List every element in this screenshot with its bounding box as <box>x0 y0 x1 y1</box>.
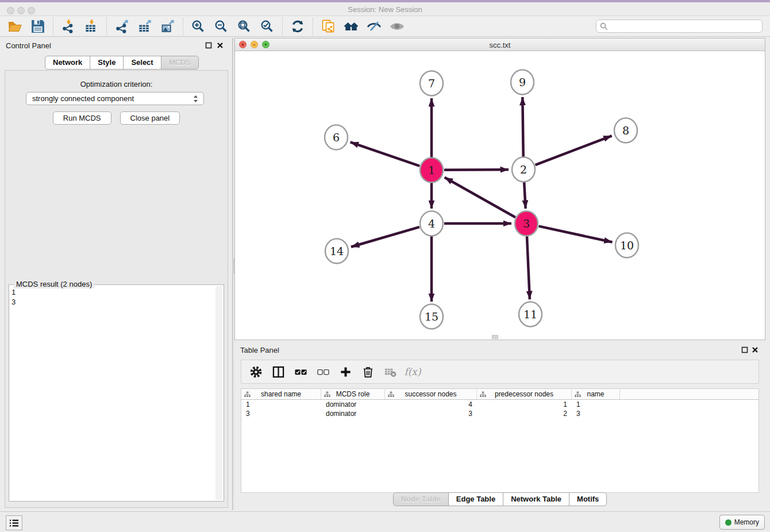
toolbar-group <box>107 18 183 34</box>
apply-layout-icon[interactable] <box>288 18 307 34</box>
graph-node-label: 4 <box>428 217 435 230</box>
graph-node-label: 15 <box>425 310 438 323</box>
function-builder-label: f(x) <box>404 366 421 377</box>
delete-columns-icon <box>384 365 396 378</box>
graph-node-label: 3 <box>523 217 530 230</box>
edge-3-11[interactable] <box>527 236 530 299</box>
tab-select[interactable]: Select <box>123 56 161 70</box>
zoom-fit-icon[interactable] <box>235 18 253 34</box>
table-cell: 3 <box>241 409 321 418</box>
optimization-criterion-dropdown[interactable]: strongly connected component <box>26 92 204 105</box>
edge-3-10[interactable] <box>538 226 612 242</box>
tab-network[interactable]: Network <box>45 56 90 70</box>
deselect-all-checkboxes-icon[interactable] <box>317 365 329 378</box>
tab-mcds[interactable]: MCDS <box>161 56 199 70</box>
column-header-MCDS-role[interactable]: MCDS role <box>321 389 385 399</box>
mcds-panel: Optimization criterion: strongly connect… <box>5 70 228 508</box>
column-header-successor-nodes[interactable]: successor nodes <box>385 389 477 399</box>
mcds-result-box: MCDS result (2 nodes) 13 <box>9 284 224 502</box>
tab-style[interactable]: Style <box>90 56 124 70</box>
graph-node-label: 6 <box>333 131 340 144</box>
export-table-icon[interactable] <box>136 18 154 34</box>
settings-gear-icon[interactable] <box>249 365 262 378</box>
zoom-selected-icon[interactable] <box>258 18 276 34</box>
edge-1-6[interactable] <box>351 142 420 165</box>
select-all-checkboxes-icon[interactable] <box>294 365 307 378</box>
show-networks-icon[interactable] <box>342 18 360 34</box>
search-icon <box>600 22 608 30</box>
table-cell: 3 <box>572 409 620 418</box>
result-line: 3 <box>11 297 16 307</box>
close-panel-button[interactable]: Close panel <box>120 111 180 125</box>
table-header-row: shared nameMCDS rolesuccessor nodesprede… <box>241 389 759 400</box>
edge-3-1[interactable] <box>445 178 515 217</box>
float-panel-icon[interactable] <box>741 346 748 353</box>
graph-node-label: 1 <box>428 164 435 176</box>
result-scrollbar[interactable] <box>215 286 222 500</box>
mcds-result-legend: MCDS result (2 nodes) <box>14 280 94 288</box>
column-header-name[interactable]: name <box>572 389 620 399</box>
toolbar-group <box>183 18 282 34</box>
search-input[interactable] <box>610 22 759 30</box>
table-panel-title: Table Panel <box>240 346 279 354</box>
open-folder-icon[interactable] <box>6 18 24 34</box>
column-label: MCDS role <box>336 390 370 398</box>
run-mcds-button[interactable]: Run MCDS <box>53 111 111 125</box>
graph-node-label: 8 <box>622 124 629 137</box>
show-columns-icon[interactable] <box>272 365 284 378</box>
tab-node-table[interactable]: Node Table <box>393 492 449 506</box>
add-column-icon[interactable] <box>339 365 352 378</box>
edge-2-9[interactable] <box>522 97 523 157</box>
dropdown-value: strongly connected component <box>32 94 134 103</box>
zoom-out-icon[interactable] <box>212 18 230 34</box>
export-image-icon[interactable] <box>159 18 177 34</box>
close-panel-icon[interactable] <box>217 42 224 49</box>
import-network-icon[interactable] <box>59 18 78 34</box>
task-history-button[interactable] <box>6 515 22 530</box>
export-network-icon[interactable] <box>113 18 131 34</box>
optimization-criterion-label: Optimization criterion: <box>5 80 228 88</box>
table-cell: 4 <box>385 400 477 409</box>
column-header-predecessor-nodes[interactable]: predecessor nodes <box>477 389 572 399</box>
network-from-selection-icon[interactable] <box>319 18 337 34</box>
canvas-splitter-handle[interactable] <box>492 335 498 339</box>
graph-node-label: 9 <box>519 76 526 88</box>
search-box[interactable] <box>596 20 763 33</box>
hide-details-icon[interactable] <box>365 18 383 34</box>
table-tabs: Node TableEdge TableNetwork TableMotifs <box>234 492 765 506</box>
close-panel-icon[interactable] <box>752 346 759 353</box>
edge-2-8[interactable] <box>536 136 612 165</box>
float-panel-icon[interactable] <box>205 42 212 49</box>
edge-4-14[interactable] <box>351 227 419 247</box>
memory-button[interactable]: Memory <box>719 515 765 530</box>
show-details-icon[interactable] <box>388 18 406 34</box>
tab-motifs[interactable]: Motifs <box>569 492 607 506</box>
toolbar-group <box>313 18 412 34</box>
network-graph[interactable]: 7968124314101511 <box>235 51 765 340</box>
tab-edge-table[interactable]: Edge Table <box>448 492 503 506</box>
edge-1-2[interactable] <box>444 169 509 170</box>
control-panel: Control Panel NetworkStyleSelectMCDS Opt… <box>0 38 232 510</box>
tab-network-table[interactable]: Network Table <box>503 492 569 506</box>
table-row[interactable]: 3dominator323 <box>241 409 759 418</box>
save-icon[interactable] <box>29 18 47 34</box>
table-row[interactable]: 1dominator411 <box>241 400 759 409</box>
result-line: 1 <box>11 287 16 297</box>
table-cell: dominator <box>321 409 385 418</box>
memory-label: Memory <box>734 518 759 526</box>
column-header-shared-name[interactable]: shared name <box>241 389 321 399</box>
network-window-titlebar[interactable]: × − + scc.txt <box>235 38 765 51</box>
function-builder-icon: f(x) <box>406 365 419 378</box>
network-window-title: scc.txt <box>235 41 765 49</box>
zoom-in-icon[interactable] <box>189 18 207 34</box>
import-table-icon[interactable] <box>82 18 101 34</box>
table-cell: 3 <box>385 409 477 418</box>
control-panel-tabs: NetworkStyleSelectMCDS <box>45 56 199 70</box>
graph-node-label: 14 <box>330 245 344 257</box>
edge-2-3[interactable] <box>524 182 525 209</box>
control-panel-header: Control Panel <box>0 38 232 53</box>
graph-node-label: 2 <box>520 163 527 176</box>
column-label: name <box>587 390 604 398</box>
delete-table-icon[interactable] <box>361 365 374 378</box>
graph-node-label: 11 <box>523 308 537 321</box>
